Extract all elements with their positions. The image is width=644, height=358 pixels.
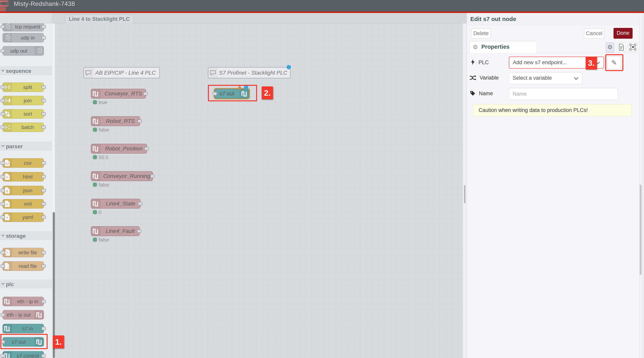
palette-section-plc[interactable]: plc: [0, 280, 52, 288]
name-input[interactable]: [509, 88, 618, 100]
flow-node-Line4-Fault[interactable]: Line4_Fault: [91, 226, 140, 236]
output-port[interactable]: [42, 327, 46, 330]
document-icon: [618, 44, 624, 51]
output-port[interactable]: [42, 264, 46, 268]
flow-node-label: Robot_Position: [101, 144, 146, 153]
output-port[interactable]: [42, 300, 46, 303]
done-button[interactable]: Done: [614, 28, 632, 39]
palette-node-label: csv: [12, 159, 44, 168]
output-port[interactable]: [138, 119, 142, 123]
input-port[interactable]: [0, 99, 5, 102]
status-text: 0: [99, 209, 102, 215]
palette-node-sort[interactable]: sort: [2, 109, 44, 119]
wave-icon: [91, 144, 100, 153]
output-port[interactable]: [42, 36, 46, 39]
output-port[interactable]: [42, 175, 46, 179]
palette-node-s7-in[interactable]: s7 in: [2, 324, 44, 333]
palette-node-split[interactable]: split: [2, 82, 44, 92]
output-port[interactable]: [42, 126, 46, 129]
output-port[interactable]: [42, 189, 46, 192]
output-port[interactable]: [138, 202, 142, 205]
panel-title: Edit s7 out node: [470, 16, 516, 22]
output-port[interactable]: [42, 354, 46, 358]
palette-node-label: eth - ip in: [12, 297, 44, 306]
palette-section-parser[interactable]: parser: [0, 142, 52, 151]
input-port[interactable]: [0, 313, 5, 317]
properties-view-button[interactable]: ⚙: [606, 42, 614, 53]
status-dot-icon: [93, 128, 97, 132]
palette-section-sequence[interactable]: sequence: [0, 66, 52, 75]
palette-node-write-file[interactable]: write file: [2, 248, 44, 257]
output-port[interactable]: [144, 92, 148, 95]
comment-bubble-icon: [208, 68, 217, 78]
input-port[interactable]: [0, 354, 5, 358]
appearance-view-button[interactable]: [628, 42, 637, 51]
output-port[interactable]: [42, 251, 46, 254]
palette-section-storage[interactable]: storage: [0, 231, 52, 240]
flow-node-label: Conveyor_RTS: [101, 89, 146, 98]
palette-node-yaml[interactable]: Yyaml: [2, 212, 44, 222]
palette-node-udp-out[interactable]: udp out: [2, 46, 44, 56]
input-port[interactable]: [0, 175, 5, 179]
palette-node-label: join: [12, 96, 44, 105]
variable-select[interactable]: Select a variable: [509, 72, 582, 84]
palette-node-join[interactable]: join: [2, 96, 44, 105]
output-port[interactable]: [42, 215, 46, 219]
input-port[interactable]: [0, 85, 5, 89]
edit-plc-config-button[interactable]: ✎: [607, 56, 621, 69]
output-port[interactable]: [42, 202, 46, 206]
flow-node-Robot-RTS[interactable]: Robot_RTS: [91, 116, 140, 126]
input-port[interactable]: [0, 112, 5, 116]
output-port[interactable]: [150, 175, 154, 178]
cancel-button[interactable]: Cancel: [584, 28, 604, 38]
comment-node[interactable]: S7 Profinet - Stacklight PLC: [208, 67, 290, 78]
input-port[interactable]: [0, 251, 5, 254]
flow-node-Robot-Position[interactable]: Robot_Position: [91, 144, 147, 154]
tab-line4-to-stacklight-plc[interactable]: Line 4 to Stacklight PLC: [65, 14, 134, 23]
palette-node-html[interactable]: <>html: [2, 172, 44, 181]
wave-icon: [91, 172, 100, 181]
output-port[interactable]: [42, 112, 46, 116]
delete-button[interactable]: Delete: [471, 28, 491, 38]
palette-node-tcp-request[interactable]: tcp request: [2, 23, 44, 31]
palette-filter[interactable]: filter nodes: [0, 13, 52, 23]
canvas-scrollbar-thumb[interactable]: [464, 185, 466, 203]
output-port[interactable]: [137, 229, 142, 233]
palette-node-eth-ip-out[interactable]: eth - ip out: [2, 310, 44, 320]
palette-node-xml[interactable]: <>xml: [2, 199, 44, 208]
gear-icon: ⚙: [473, 44, 478, 50]
palette-section-label: sequence: [6, 68, 31, 74]
flow-node-Line4-State[interactable]: Line4_State: [91, 199, 140, 208]
palette-node-batch[interactable]: batch: [2, 123, 44, 132]
palette-node-csv[interactable]: 1,2csv: [2, 158, 44, 168]
panel-scrollbar-thumb[interactable]: [640, 184, 642, 275]
comment-node[interactable]: AB EIP/CIP - Line 4 PLC: [84, 67, 160, 78]
output-port[interactable]: [144, 147, 149, 151]
input-port[interactable]: [0, 25, 5, 28]
input-port[interactable]: [0, 215, 5, 219]
wave-icon: [91, 89, 100, 98]
output-port[interactable]: [42, 25, 46, 28]
tab-properties[interactable]: ⚙ Properties: [469, 41, 537, 53]
flow-canvas[interactable]: AB EIP/CIP - Line 4 PLC S7 Profinet - St…: [55, 23, 463, 358]
input-port[interactable]: [0, 189, 5, 192]
palette-node-read-file[interactable]: read file: [2, 261, 44, 271]
output-port[interactable]: [42, 99, 46, 102]
output-port[interactable]: [42, 161, 46, 165]
status-dot-icon: [93, 183, 97, 187]
palette-node-s7-control[interactable]: s7 control: [2, 351, 44, 358]
flow-node-Conveyor-RTS[interactable]: Conveyor_RTS: [91, 89, 146, 99]
palette-node-eth-ip-in[interactable]: eth - ip in: [2, 297, 44, 306]
appearance-icon: [630, 44, 636, 50]
input-port[interactable]: [0, 264, 5, 268]
flow-node-label: Line4_State: [101, 199, 140, 208]
output-port[interactable]: [42, 85, 46, 89]
palette-node-json[interactable]: {}json: [2, 186, 44, 195]
flow-node-Conveyor-Running[interactable]: Conveyor_Running: [91, 171, 153, 181]
description-view-button[interactable]: [617, 42, 626, 51]
palette-node-udp-in[interactable]: udp in: [2, 33, 44, 42]
input-port[interactable]: [0, 126, 5, 129]
input-port[interactable]: [0, 161, 5, 165]
input-port[interactable]: [0, 49, 5, 53]
input-port[interactable]: [0, 202, 5, 206]
